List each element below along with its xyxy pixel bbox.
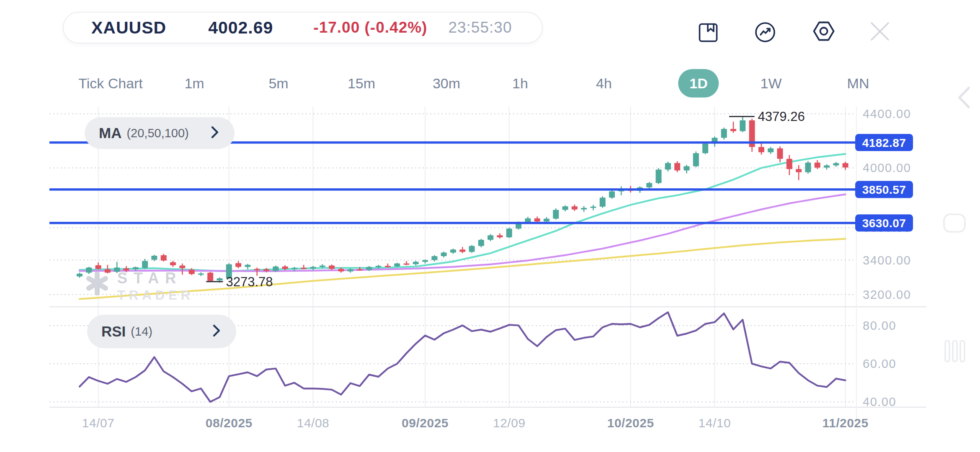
trend-circle-icon[interactable] xyxy=(754,21,776,45)
tab-1d[interactable]: 1D xyxy=(678,69,719,98)
chevron-left-icon[interactable] xyxy=(955,86,975,111)
x-tick-label: 14/10 xyxy=(699,416,731,430)
rsi-tick-label: 80.00 xyxy=(863,319,896,332)
x-tick-label: 14/07 xyxy=(82,416,115,430)
tab-1h[interactable]: 1h xyxy=(512,66,528,100)
watermark-line2: TRADER xyxy=(117,288,194,303)
ma-label: MA xyxy=(99,125,121,141)
date-axis: 14/0708/202514/0809/202512/0910/202514/1… xyxy=(82,416,869,430)
bookmark-icon[interactable] xyxy=(698,22,719,45)
tab-4h[interactable]: 4h xyxy=(596,66,612,100)
svg-text:3630.07: 3630.07 xyxy=(862,217,906,230)
price-tick-label: 4000.00 xyxy=(863,161,911,175)
x-tick-label: 12/09 xyxy=(493,416,526,430)
price-levels xyxy=(49,143,856,223)
rsi-params: (14) xyxy=(131,325,152,339)
timeframe-tabs: Tick Chart1m5m15m30m1h4h1D1WMN xyxy=(0,66,980,100)
chevron-right-icon xyxy=(209,125,220,141)
watermark: STAR TRADER xyxy=(84,270,194,303)
rounded-square-icon[interactable] xyxy=(943,213,966,235)
tab-1m[interactable]: 1m xyxy=(184,66,204,100)
rsi-label: RSI xyxy=(101,323,126,340)
price-level-tag[interactable]: 3850.57 xyxy=(855,181,913,198)
grip-bars-icon[interactable] xyxy=(944,340,965,364)
x-tick-label: 11/2025 xyxy=(822,416,868,430)
rsi-tick-label: 40.00 xyxy=(863,395,896,408)
chevron-right-icon xyxy=(211,324,222,339)
watermark-line1: STAR xyxy=(117,270,194,287)
price-tick-label: 3200.00 xyxy=(863,288,911,301)
svg-text:3850.57: 3850.57 xyxy=(862,183,906,196)
rsi-indicator-pill[interactable]: RSI (14) xyxy=(87,315,236,348)
price-axis: 4400.004000.003600.003400.003200.004182.… xyxy=(855,107,913,408)
close-icon[interactable] xyxy=(869,21,890,44)
tab-mn[interactable]: MN xyxy=(847,66,869,100)
price-tick-label: 3400.00 xyxy=(863,254,911,267)
price-level-tag[interactable]: 3630.07 xyxy=(855,214,913,231)
ma-line-ma20 xyxy=(80,154,846,271)
high-annotation: 4379.26 xyxy=(758,109,805,124)
last-price: 4002.69 xyxy=(208,18,273,38)
trading-app: 4379.263273.784400.004000.003600.003400.… xyxy=(0,0,980,452)
quote-card: XAUUSD 4002.69 -17.00 (-0.42%) 23:55:30 xyxy=(63,12,543,44)
tab-tick-chart[interactable]: Tick Chart xyxy=(78,66,143,100)
price-change: -17.00 (-0.42%) xyxy=(313,19,427,36)
price-tick-label: 4400.00 xyxy=(863,107,911,121)
rsi-tick-label: 60.00 xyxy=(863,357,896,370)
symbol-label: XAUUSD xyxy=(91,18,166,38)
low-annotation: 3273.78 xyxy=(226,275,273,289)
tab-5m[interactable]: 5m xyxy=(268,66,288,100)
svg-text:4182.87: 4182.87 xyxy=(862,136,906,149)
tab-15m[interactable]: 15m xyxy=(348,66,375,100)
quote-time: 23:55:30 xyxy=(448,19,512,36)
tab-30m[interactable]: 30m xyxy=(433,66,460,100)
settings-icon[interactable] xyxy=(812,19,836,45)
star-logo-icon xyxy=(84,270,111,297)
ma-indicator-pill[interactable]: MA (20,50,100) xyxy=(85,117,235,149)
x-tick-label: 10/2025 xyxy=(607,416,654,430)
ma-params: (20,50,100) xyxy=(126,126,188,140)
x-tick-label: 14/08 xyxy=(297,416,330,430)
x-tick-label: 09/2025 xyxy=(402,416,449,430)
tab-1w[interactable]: 1W xyxy=(761,66,782,100)
price-level-tag[interactable]: 4182.87 xyxy=(855,134,913,151)
x-tick-label: 08/2025 xyxy=(206,416,253,430)
